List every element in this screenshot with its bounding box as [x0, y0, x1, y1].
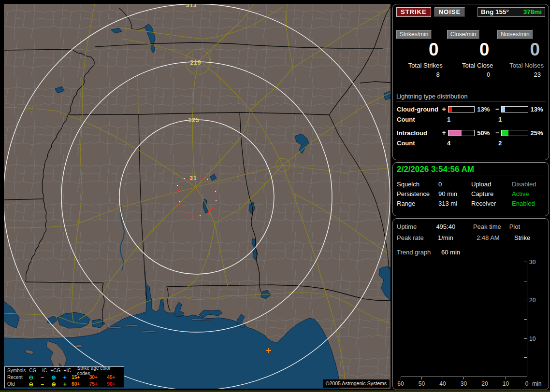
svg-text:60: 60	[397, 380, 404, 387]
status-row: Persistence 90 min Capture Active	[397, 189, 549, 199]
age-75: 75+	[88, 381, 106, 387]
total-strikes-value: 8	[395, 71, 445, 78]
status-row: Squelch 0 Upload Disabled	[397, 180, 549, 189]
intracloud-row: Intracloud + 50% − 25%	[397, 129, 549, 137]
neg-cg-old-icon: ⊖	[25, 382, 36, 387]
cg-minus-pct: 13%	[531, 106, 549, 113]
svg-text:20: 20	[529, 297, 536, 304]
uptime-value: 495:40	[436, 221, 473, 232]
ic-minus-pct: 25%	[531, 129, 549, 137]
ic-minus-count: 2	[498, 140, 502, 147]
svg-text:10: 10	[529, 336, 536, 342]
noises-column: Noises/min 0 Total Noises 23	[496, 29, 546, 78]
pos-ic-old-icon: +	[59, 382, 71, 387]
total-close-value: 0	[446, 71, 495, 78]
legend-col-pos-cg: +CG	[50, 368, 61, 373]
trend-axes	[401, 262, 527, 379]
plot-value: Strike	[514, 232, 530, 243]
svg-text:50: 50	[419, 380, 425, 387]
noises-per-min-chip: Noises/min	[497, 30, 533, 39]
svg-text:30: 30	[529, 259, 536, 266]
counters-panel: STRIKE NOISE Bng 155° 378mi Strikes/min …	[392, 4, 549, 160]
distance-value: 378mi	[523, 8, 542, 15]
intracloud-label: Intracloud	[397, 129, 442, 137]
legend-col-neg-cg: -CG	[26, 368, 38, 373]
legend-col-neg-ic: -IC	[38, 368, 49, 373]
ic-plus-count: 4	[447, 140, 498, 147]
total-strikes-label: Total Strikes	[395, 62, 445, 69]
svg-text:10: 10	[503, 380, 509, 387]
legend-row-recent: Recent ⊖ − ⊕ + 15+ 30+ 45+	[5, 374, 124, 380]
cloud-ground-count-row: Count 1 1	[397, 116, 549, 123]
noises-rate-value: 0	[496, 40, 546, 59]
trend-window-value: 60 min	[441, 247, 460, 258]
cg-plus-pct: 13%	[477, 106, 495, 113]
age-60: 60+	[71, 381, 88, 387]
ic-plus-bar	[448, 130, 475, 136]
svg-text:min: min	[532, 380, 541, 387]
age-45: 45+	[106, 375, 124, 380]
ic-minus-bar	[501, 130, 528, 136]
cg-minus-bar	[501, 106, 528, 112]
age-30: 30+	[88, 375, 106, 380]
pos-cg-old-icon: ⊕	[48, 382, 59, 387]
close-per-min-chip: Close/min	[447, 30, 479, 39]
cg-plus-count: 1	[447, 116, 498, 123]
total-noises-value: 23	[496, 71, 546, 78]
count-label: Count	[397, 140, 447, 147]
ring-label-219: 219	[190, 59, 201, 66]
session-row: Peak rate 1/min 2:48 AM Strike	[397, 232, 549, 243]
peak-rate-value: 1/min	[438, 232, 477, 243]
age-90: 90+	[106, 381, 124, 387]
session-panel: Uptime 495:40 Peak time Plot Peak rate 1…	[392, 218, 549, 390]
age-15: 15+	[71, 375, 88, 380]
legend-row-old: Old ⊖ − ⊕ + 60+ 75+ 90+	[5, 381, 124, 387]
upload-state: Disabled	[512, 180, 536, 189]
status-panel: 2/2/2026 3:54:56 AM Squelch 0 Upload Dis…	[392, 162, 549, 216]
window-bottom-edge	[0, 391, 550, 392]
strikes-per-min-chip: Strikes/min	[396, 30, 432, 39]
peak-time-value: 2:48 AM	[477, 232, 514, 243]
svg-text:0: 0	[525, 380, 529, 387]
cloud-ground-row: Cloud-ground + 13% − 13%	[397, 105, 549, 113]
datetime-display: 2/2/2026 3:54:56 AM	[397, 165, 549, 174]
datetime-underline	[396, 176, 546, 176]
svg-text:20: 20	[481, 380, 488, 387]
lightning-map[interactable]: 313 219 125 31	[4, 4, 391, 389]
close-rate-value: 0	[446, 40, 495, 59]
trend-axis-labels: 30 20 10 60 50 40 30 20 10 0 min	[397, 259, 541, 387]
trend-graph-row: Trend graph 60 min	[397, 247, 549, 258]
strikes-rate-value: 0	[395, 40, 445, 59]
distribution-title: Lightning type distribution	[396, 93, 546, 101]
map-legend: Symbols -CG -IC +CG +IC Strike age color…	[4, 366, 124, 388]
cg-plus-bar	[448, 106, 475, 112]
bearing-readout: Bng 155° 378mi	[478, 7, 545, 17]
capture-state: Active	[512, 189, 529, 199]
intracloud-count-row: Count 4 2	[397, 140, 549, 147]
legend-col-pos-ic: +IC	[61, 368, 73, 373]
ic-plus-pct: 50%	[477, 129, 495, 137]
neg-ic-recent-icon: −	[37, 375, 48, 380]
noise-toggle-button[interactable]: NOISE	[434, 7, 465, 17]
total-noises-label: Total Noises	[496, 62, 546, 69]
close-column: Close/min 0 Total Close 0	[446, 29, 495, 78]
svg-text:30: 30	[461, 380, 467, 387]
plus-sign: +	[442, 129, 448, 137]
total-close-label: Total Close	[446, 62, 495, 69]
plus-sign: +	[442, 105, 448, 113]
strikes-column: Strikes/min 0 Total Strikes 8	[395, 29, 445, 78]
minus-sign: −	[495, 129, 502, 137]
neg-cg-recent-icon: ⊖	[25, 375, 36, 380]
minus-sign: −	[495, 105, 502, 113]
app-window: 313 219 125 31 Symbols -CG -IC +CG +IC S…	[0, 0, 550, 392]
strike-toggle-button[interactable]: STRIKE	[396, 7, 431, 17]
cg-minus-count: 1	[498, 116, 502, 123]
count-label: Count	[397, 116, 447, 123]
bearing-value: Bng 155°	[481, 8, 509, 15]
legend-symbols-header: Symbols	[5, 368, 26, 373]
ring-label-125: 125	[188, 117, 199, 124]
session-row: Uptime 495:40 Peak time Plot	[397, 221, 549, 232]
pos-cg-recent-icon: ⊕	[48, 375, 59, 380]
status-row: Range 313 mi Receiver Enabled	[397, 199, 549, 209]
receiver-state: Enabled	[512, 199, 535, 209]
